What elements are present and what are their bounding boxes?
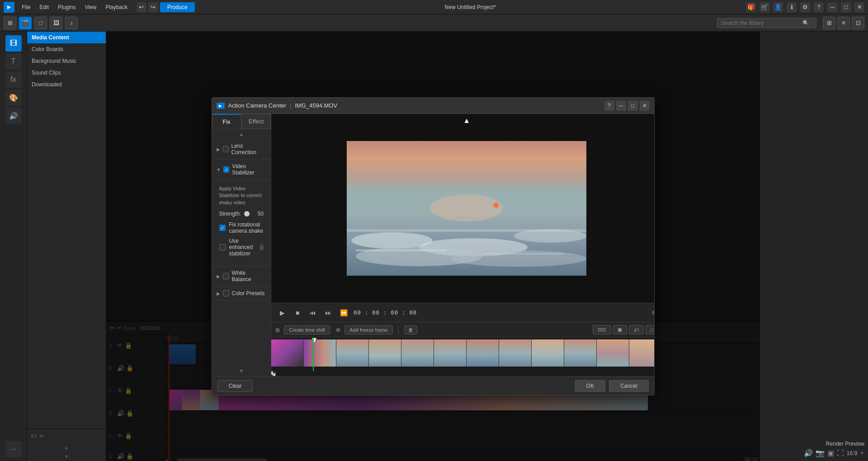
audio-view-button[interactable]: ♪ (65, 17, 78, 29)
fast-forward-button[interactable]: ⏩ (338, 307, 349, 318)
menu-file[interactable]: File (18, 2, 34, 12)
enhanced-stabilizer-checkbox[interactable] (219, 244, 226, 250)
lens-correction-header[interactable]: ▶ Lens Correction (212, 139, 271, 160)
modal-restore-button[interactable]: □ (628, 101, 638, 111)
minimize-button[interactable]: ─ (827, 2, 837, 12)
filmstrip-toolbar: ⊕ Create time shift ❄ Add freeze frame 🗑… (271, 322, 654, 338)
menu-playback[interactable]: Playback (102, 2, 131, 12)
enhanced-stabilizer-info-icon[interactable]: ℹ (260, 244, 264, 251)
cart-icon-button[interactable]: 🛒 (760, 2, 769, 12)
media-panel-scroll-down[interactable]: ▼ (27, 452, 106, 461)
preview-area: ▲ ▶ ■ ⏮ ⏭ ⏩ 00 : 00 : 00 : 00 ⚙ (271, 114, 654, 376)
info-icon-button[interactable]: ℹ (787, 2, 797, 12)
filmstrip-marker-btn[interactable]: 🏷 (629, 325, 644, 334)
sidebar-more-icon[interactable]: ··· (5, 441, 22, 457)
fix-content: ▶ Lens Correction ▼ ✓ Video Stabilize (212, 139, 271, 366)
svg-rect-9 (347, 229, 586, 232)
tab-fix[interactable]: Fix (212, 114, 241, 129)
menu-plugins[interactable]: Plugins (54, 2, 79, 12)
filmstrip-expand-button[interactable]: □ (646, 325, 654, 334)
sidebar-title-icon[interactable]: T (5, 53, 22, 70)
board-view-button[interactable]: □ (34, 17, 47, 29)
ratio-display[interactable]: 16:9 (847, 450, 857, 456)
media-panel-downloaded[interactable]: Downloaded (27, 79, 106, 90)
settings-icon-button[interactable]: ⚙ (800, 2, 810, 12)
sidebar-fx-icon[interactable]: fx (5, 71, 22, 88)
render-fullscreen-icon[interactable]: ⛶ (837, 449, 844, 457)
stop-button[interactable]: ■ (292, 307, 303, 318)
render-volume-icon[interactable]: 🔊 (804, 449, 813, 457)
ratio-dropdown-icon[interactable]: ▼ (860, 451, 864, 456)
details-view-button[interactable]: ⊡ (852, 17, 864, 29)
filmstrip-scroll-left[interactable]: ◀ (271, 371, 273, 375)
filmstrip-delete-button[interactable]: 🗑 (404, 325, 417, 334)
menu-bar: ▶ File Edit Plugins View Playback ↩ ↪ Pr… (0, 0, 868, 14)
modal-help-button[interactable]: ? (604, 101, 614, 111)
media-panel-tag-icon[interactable]: 🏷 (31, 433, 37, 439)
close-button[interactable]: ✕ (854, 2, 864, 12)
preview-arrow-indicator: ▲ (463, 117, 470, 125)
media-panel-brush-icon[interactable]: ✏ (39, 433, 44, 439)
help-icon-button[interactable]: ? (814, 2, 824, 12)
modal-body: Fix Effect ▲ ▶ Lens Correction (212, 114, 654, 376)
sidebar-media-icon[interactable]: 🎞 (5, 35, 22, 52)
redo-button[interactable]: ↪ (148, 2, 158, 12)
media-panel-background-music[interactable]: Background Music (27, 55, 106, 67)
fix-rotational-checkbox[interactable]: ✓ (219, 225, 226, 231)
search-box[interactable]: 🔍 (717, 18, 816, 28)
strength-slider[interactable] (245, 213, 249, 215)
gift-icon-button[interactable]: 🎁 (746, 2, 756, 12)
fix-scroll-down[interactable]: ▼ (212, 366, 271, 376)
produce-button[interactable]: Produce (160, 2, 195, 12)
modal-title-separator: | (290, 103, 291, 109)
account-icon-button[interactable]: 👤 (773, 2, 783, 12)
create-time-shift-button[interactable]: Create time shift (284, 325, 330, 334)
render-caption-icon[interactable]: ▣ (827, 449, 834, 457)
sidebar-color-icon[interactable]: 🎨 (5, 89, 22, 106)
step-forward-button[interactable]: ⏭ (323, 307, 334, 318)
svg-rect-11 (482, 253, 564, 254)
ok-button[interactable]: OK (575, 380, 605, 392)
playback-settings-icon[interactable]: ⚙ (651, 310, 654, 316)
sidebar-audio-icon[interactable]: 🔊 (5, 108, 22, 124)
tab-effect[interactable]: Effect (241, 114, 271, 129)
video-stabilizer-header[interactable]: ▼ ✓ Video Stabilizer (212, 160, 271, 180)
filmstrip-scrollbar[interactable]: ◀ ▶ (271, 371, 654, 375)
restore-button[interactable]: □ (841, 2, 851, 12)
modal-minimize-button[interactable]: ─ (616, 101, 626, 111)
cancel-button[interactable]: Cancel (609, 380, 648, 392)
white-balance-header[interactable]: ▶ White Balance (212, 266, 271, 287)
clear-button[interactable]: Clear (217, 380, 253, 392)
menu-edit[interactable]: Edit (36, 2, 52, 12)
color-presets-header[interactable]: ▶ Color Presets (212, 287, 271, 301)
add-freeze-frame-button[interactable]: Add freeze frame (344, 325, 392, 334)
white-balance-checkbox[interactable] (223, 273, 229, 279)
search-input[interactable] (721, 20, 802, 26)
modal-logo-icon: ▶ (217, 103, 225, 109)
photo-view-button[interactable]: 🖼 (50, 17, 62, 29)
list-view-button[interactable]: ≡ (837, 17, 850, 29)
filmstrip-clip-icon[interactable]: ▣ (613, 325, 627, 334)
color-presets-checkbox[interactable] (223, 290, 229, 296)
media-panel-scroll-up[interactable]: ▲ (27, 443, 106, 452)
video-stabilizer-checkbox[interactable]: ✓ (223, 166, 229, 173)
undo-button[interactable]: ↩ (137, 2, 146, 12)
lens-correction-checkbox[interactable] (223, 146, 229, 152)
search-icon: 🔍 (802, 20, 809, 26)
media-view-button[interactable]: 🎬 (19, 17, 32, 29)
toolbar2: ⊞ 🎬 □ 🖼 ♪ 🔍 ⊞ ≡ ⊡ (0, 14, 868, 32)
grid-view-button[interactable]: ⊞ (823, 17, 835, 29)
strength-slider-thumb[interactable] (244, 211, 250, 216)
menu-view[interactable]: View (81, 2, 100, 12)
filmstrip-fit-button[interactable]: ⊡⊡ (593, 325, 611, 334)
play-button[interactable]: ▶ (277, 307, 288, 318)
modal-close-button[interactable]: ✕ (640, 101, 650, 111)
svg-rect-10 (356, 249, 446, 251)
render-icons: 🔊 📷 ▣ ⛶ 16:9 ▼ (764, 449, 864, 457)
render-snapshot-icon[interactable]: 📷 (816, 449, 825, 457)
media-panel-color-boards[interactable]: Color Boards (27, 43, 106, 55)
step-back-button[interactable]: ⏮ (307, 307, 318, 318)
import-button[interactable]: ⊞ (4, 17, 16, 29)
media-panel-sound-clips[interactable]: Sound Clips (27, 67, 106, 79)
fix-scroll-up[interactable]: ▲ (212, 129, 271, 139)
